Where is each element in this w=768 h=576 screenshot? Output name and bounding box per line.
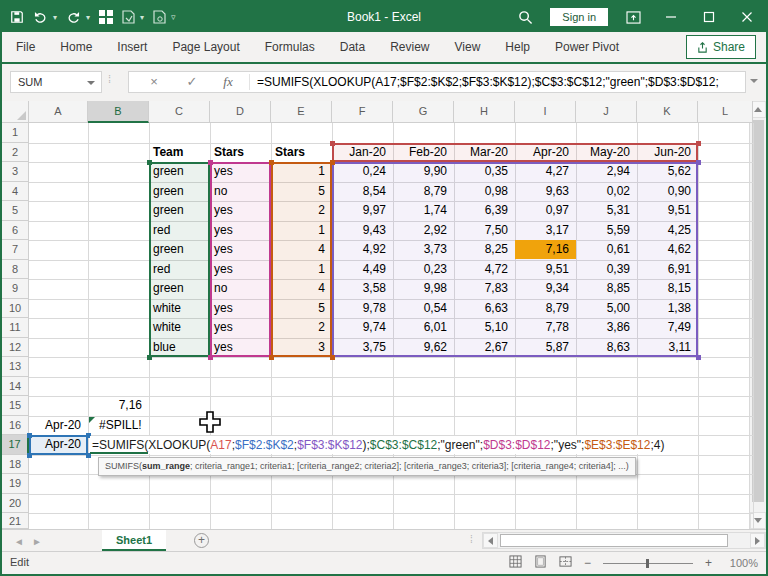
cell-stars-r8[interactable]: yes	[210, 260, 271, 279]
cell-value-r12[interactable]: 9,62	[393, 338, 454, 357]
cell-b17-formula-edit[interactable]: =SUMIFS(XLOOKUP(A17;$F$2:$K$2;$F$3:$K$12…	[90, 436, 664, 454]
cell-value-r8[interactable]: 0,23	[393, 260, 454, 279]
close-button[interactable]	[728, 2, 766, 32]
document-tool-dropdown-icon[interactable]: ▾	[140, 13, 144, 22]
zoom-out-button[interactable]: −	[584, 556, 591, 570]
grid-tool-icon[interactable]	[99, 10, 113, 24]
cell-count-r6[interactable]: 1	[271, 221, 332, 240]
cell-value-r4[interactable]: 8,54	[332, 182, 393, 201]
ribbon-tab-formulas[interactable]: Formulas	[265, 40, 315, 54]
cell-value-r6[interactable]: 5,59	[576, 221, 637, 240]
cell-count-r11[interactable]: 2	[271, 318, 332, 337]
row-header-7[interactable]: 7	[2, 240, 29, 260]
column-header-h[interactable]: H	[454, 101, 515, 123]
cell-value-r6[interactable]: 3,17	[515, 221, 576, 240]
cell-month-feb-20[interactable]: Feb-20	[393, 143, 454, 162]
cell-value-r9[interactable]: 3,58	[332, 279, 393, 298]
cell-value-r12[interactable]: 3,11	[637, 338, 698, 357]
cell-team-r4[interactable]: green	[149, 182, 210, 201]
cell-month-may-20[interactable]: May-20	[576, 143, 637, 162]
cell-value-r5[interactable]: 9,51	[637, 201, 698, 220]
ribbon-tab-view[interactable]: View	[455, 40, 481, 54]
cell-month-jan-20[interactable]: Jan-20	[332, 143, 393, 162]
cell-value-r3[interactable]: 4,27	[515, 162, 576, 181]
cell-month-jun-20[interactable]: Jun-20	[637, 143, 698, 162]
row-header-6[interactable]: 6	[2, 221, 29, 241]
cell-b15[interactable]: 7,16	[88, 396, 149, 415]
cell-value-r8[interactable]: 9,51	[515, 260, 576, 279]
column-header-c[interactable]: C	[149, 101, 210, 123]
document-icon[interactable]	[153, 10, 166, 24]
row-header-3[interactable]: 3	[2, 162, 29, 182]
cell-value-r3[interactable]: 0,24	[332, 162, 393, 181]
cell-value-r10[interactable]: 1,38	[637, 299, 698, 318]
ribbon-tab-power-pivot[interactable]: Power Pivot	[555, 40, 619, 54]
cell-count-r8[interactable]: 1	[271, 260, 332, 279]
formula-bar-input[interactable]: =SUMIFS(XLOOKUP(A17;$F$2:$K$2;$F$3:$K$12…	[257, 72, 729, 92]
column-header-i[interactable]: I	[515, 101, 576, 123]
undo-dropdown-icon[interactable]: ▾	[53, 13, 57, 22]
row-header-17[interactable]: 17	[2, 435, 29, 455]
cell-team-r5[interactable]: green	[149, 201, 210, 220]
customize-qat-icon[interactable]: ▿	[171, 12, 176, 22]
cell-e2[interactable]: Stars	[271, 143, 332, 162]
cell-value-r10[interactable]: 9,78	[332, 299, 393, 318]
cell-value-r7[interactable]: 4,62	[637, 240, 698, 259]
row-header-1[interactable]: 1	[2, 123, 29, 143]
column-header-j[interactable]: J	[576, 101, 637, 123]
new-sheet-button[interactable]: +	[194, 533, 209, 548]
zoom-slider[interactable]	[603, 563, 693, 564]
cell-value-r11[interactable]: 7,78	[515, 318, 576, 337]
cell-value-r6[interactable]: 7,50	[454, 221, 515, 240]
ribbon-tab-page-layout[interactable]: Page Layout	[172, 40, 239, 54]
cell-stars-r11[interactable]: yes	[210, 318, 271, 337]
row-header-10[interactable]: 10	[2, 299, 29, 319]
cell-count-r4[interactable]: 5	[271, 182, 332, 201]
cell-value-r4[interactable]: 0,98	[454, 182, 515, 201]
cell-value-r8[interactable]: 4,72	[454, 260, 515, 279]
name-box[interactable]: SUM	[10, 71, 102, 93]
save-icon[interactable]	[10, 10, 24, 24]
cell-stars-r4[interactable]: no	[210, 182, 271, 201]
cell-value-r8[interactable]: 0,39	[576, 260, 637, 279]
cell-team-r11[interactable]: white	[149, 318, 210, 337]
cell-value-r7[interactable]: 3,73	[393, 240, 454, 259]
cell-value-r7[interactable]: 0,61	[576, 240, 637, 259]
cell-value-r5[interactable]: 0,97	[515, 201, 576, 220]
ribbon-tab-review[interactable]: Review	[390, 40, 429, 54]
sheet-nav-right-icon[interactable]: ►	[32, 536, 42, 547]
row-header-2[interactable]: 2	[2, 143, 29, 163]
minimize-button[interactable]	[652, 2, 690, 32]
cell-value-r9[interactable]: 7,83	[454, 279, 515, 298]
cell-value-r11[interactable]: 3,86	[576, 318, 637, 337]
column-header-f[interactable]: F	[332, 101, 393, 123]
row-header-16[interactable]: 16	[2, 416, 29, 436]
cell-value-r9[interactable]: 9,98	[393, 279, 454, 298]
cell-stars-r9[interactable]: no	[210, 279, 271, 298]
cell-value-r6[interactable]: 4,25	[637, 221, 698, 240]
cell-team-r10[interactable]: white	[149, 299, 210, 318]
scroll-right-icon[interactable]	[750, 533, 765, 548]
sheet-nav-left-icon[interactable]: ◄	[14, 536, 24, 547]
zoom-slider-thumb[interactable]	[646, 559, 649, 568]
row-header-19[interactable]: 19	[2, 474, 29, 494]
cell-value-r5[interactable]: 5,31	[576, 201, 637, 220]
horizontal-scrollbar[interactable]	[482, 532, 766, 549]
cancel-button[interactable]: ×	[139, 72, 169, 92]
cell-stars-r7[interactable]: yes	[210, 240, 271, 259]
ribbon-display-options-icon[interactable]	[614, 2, 652, 32]
normal-view-icon[interactable]	[509, 554, 522, 572]
cell-value-r3[interactable]: 5,62	[637, 162, 698, 181]
redo-dropdown-icon[interactable]: ▾	[86, 13, 90, 22]
cell-value-r4[interactable]: 0,02	[576, 182, 637, 201]
cell-value-r5[interactable]: 1,74	[393, 201, 454, 220]
cell-d2[interactable]: Stars	[210, 143, 271, 162]
row-header-4[interactable]: 4	[2, 182, 29, 202]
share-button[interactable]: Share	[686, 35, 756, 59]
cell-value-r7[interactable]: 4,92	[332, 240, 393, 259]
cell-team-r8[interactable]: red	[149, 260, 210, 279]
cell-team-r7[interactable]: green	[149, 240, 210, 259]
cell-value-r11[interactable]: 9,74	[332, 318, 393, 337]
cell-b16-spill-error[interactable]: #SPILL!	[88, 416, 149, 435]
cell-value-r12[interactable]: 8,63	[576, 338, 637, 357]
